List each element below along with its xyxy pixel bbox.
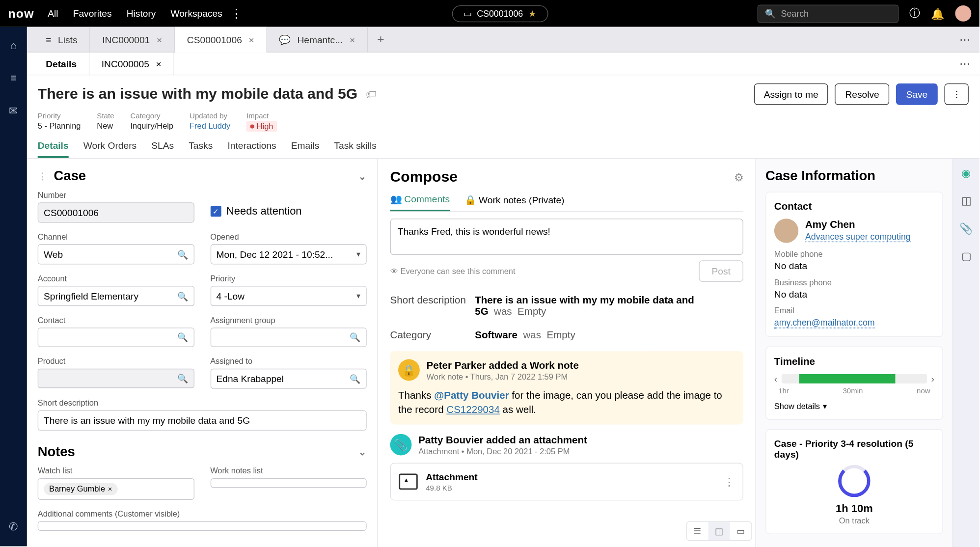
template-icon[interactable]: ▢ bbox=[961, 249, 972, 262]
nav-history[interactable]: History bbox=[127, 8, 156, 19]
chevron-down-icon[interactable]: ▾ bbox=[356, 291, 360, 301]
additional-comments-input[interactable] bbox=[38, 521, 367, 531]
subtab-details[interactable]: Details bbox=[34, 52, 90, 75]
rtab-details[interactable]: Details bbox=[38, 140, 69, 158]
number-input[interactable]: CS00001006 bbox=[38, 202, 194, 222]
timeline-prev-icon[interactable]: ‹ bbox=[774, 373, 777, 384]
subtab-inc000005[interactable]: INC000005 × bbox=[89, 52, 174, 75]
timeline-next-icon[interactable]: › bbox=[931, 373, 934, 384]
short-description-input[interactable]: There is an issue with my my mobile data… bbox=[38, 410, 367, 431]
inbox-icon[interactable]: ✉ bbox=[7, 104, 20, 117]
rtab-interactions[interactable]: Interactions bbox=[227, 140, 276, 158]
search-icon: 🔍 bbox=[765, 8, 776, 19]
opened-input[interactable]: Mon, Dec 12 2021 - 10:52...▾ bbox=[210, 244, 367, 264]
timeline-bar[interactable] bbox=[781, 374, 927, 383]
close-icon[interactable]: × bbox=[350, 34, 355, 45]
tab-inc000001[interactable]: INC000001 × bbox=[90, 27, 175, 52]
tab-lists[interactable]: ≡ Lists bbox=[34, 27, 90, 52]
tab-hemantc[interactable]: 💬 Hemantc... × bbox=[267, 27, 368, 52]
sla-time: 1h 10m bbox=[774, 502, 934, 515]
phone-icon[interactable]: ✆ bbox=[7, 520, 20, 533]
compose-textarea[interactable]: Thanks Fred, this is wonderful news! bbox=[390, 219, 743, 255]
compose-tab-work-notes[interactable]: 🔒Work notes (Private) bbox=[464, 194, 564, 212]
chevron-down-icon[interactable]: ⌄ bbox=[358, 170, 366, 181]
case-section-head[interactable]: ⋮ Case ⌄ bbox=[38, 168, 367, 184]
close-icon[interactable]: × bbox=[249, 34, 254, 45]
home-icon[interactable]: ⌂ bbox=[7, 39, 20, 52]
agent-assist-icon[interactable]: ◉ bbox=[961, 167, 971, 180]
help-icon[interactable]: ⓘ bbox=[909, 6, 920, 21]
lookup-icon[interactable]: 🔍 bbox=[177, 332, 188, 343]
record-link[interactable]: CS1229034 bbox=[446, 404, 500, 415]
needs-attention-checkbox[interactable]: ✓ bbox=[210, 206, 221, 217]
timeline-heading: Timeline bbox=[774, 355, 934, 366]
close-icon[interactable]: × bbox=[156, 58, 161, 69]
resolve-button[interactable]: Resolve bbox=[835, 83, 889, 105]
logo[interactable]: now bbox=[8, 6, 34, 21]
tab-cs00001006[interactable]: CS00001006 × bbox=[175, 27, 267, 52]
rtab-work-orders[interactable]: Work Orders bbox=[83, 140, 136, 158]
assign-to-me-button[interactable]: Assign to me bbox=[754, 83, 828, 105]
nav-all[interactable]: All bbox=[48, 8, 58, 19]
tab-add-button[interactable]: + bbox=[368, 32, 394, 47]
mention-link[interactable]: @Patty Bouvier bbox=[434, 389, 509, 401]
contact-avatar[interactable] bbox=[774, 219, 798, 243]
attachment-card[interactable]: Attachment 49.8 KB ⋮ bbox=[390, 463, 743, 501]
nav-workspaces[interactable]: Workspaces bbox=[171, 8, 222, 19]
view-full-icon[interactable]: ▭ bbox=[730, 522, 751, 540]
show-details-button[interactable]: Show details ▾ bbox=[774, 402, 934, 411]
lookup-icon[interactable]: 🔍 bbox=[177, 373, 188, 383]
priority-input[interactable]: 4 -Low▾ bbox=[210, 286, 367, 306]
post-button[interactable]: Post bbox=[699, 260, 743, 282]
search-input[interactable]: 🔍 Search bbox=[758, 4, 899, 23]
subtab-more-icon[interactable]: ⋯ bbox=[950, 57, 979, 70]
notes-section-head[interactable]: Notes ⌄ bbox=[38, 444, 367, 460]
user-avatar[interactable] bbox=[955, 5, 971, 22]
attachment-more-icon[interactable]: ⋮ bbox=[724, 475, 735, 488]
rtab-slas[interactable]: SLAs bbox=[151, 140, 174, 158]
breadcrumb-pill[interactable]: ▭ CS0001006 ★ bbox=[452, 5, 548, 22]
lock-icon: 🔒 bbox=[464, 194, 476, 205]
save-button[interactable]: Save bbox=[896, 83, 938, 105]
rtab-emails[interactable]: Emails bbox=[291, 140, 320, 158]
contact-name[interactable]: Amy Chen bbox=[805, 219, 911, 230]
compose-settings-icon[interactable]: ⚙ bbox=[734, 170, 743, 183]
watch-list-input[interactable]: Barney Gumble× bbox=[38, 478, 194, 500]
chip-remove-icon[interactable]: × bbox=[108, 485, 112, 493]
rtab-tasks[interactable]: Tasks bbox=[189, 140, 213, 158]
lookup-icon[interactable]: 🔍 bbox=[177, 249, 188, 260]
assigned-to-input[interactable]: Edna Krabappel🔍 bbox=[210, 369, 367, 389]
tab-more-icon[interactable]: ⋯ bbox=[950, 33, 979, 46]
chevron-down-icon[interactable]: ⌄ bbox=[358, 446, 366, 457]
contact-input[interactable]: 🔍 bbox=[38, 328, 194, 347]
watch-list-chip[interactable]: Barney Gumble× bbox=[44, 483, 117, 495]
bell-icon[interactable]: 🔔 bbox=[931, 7, 944, 20]
product-input[interactable]: 🔍 bbox=[38, 369, 194, 388]
lookup-icon[interactable]: 🔍 bbox=[350, 374, 360, 384]
close-icon[interactable]: × bbox=[157, 34, 162, 45]
work-notes-list-input[interactable] bbox=[210, 478, 367, 488]
attachment-icon[interactable]: 📎 bbox=[959, 222, 973, 235]
drag-icon[interactable]: ⋮ bbox=[38, 170, 47, 181]
field-assignment-group: Assignment group 🔍 bbox=[210, 316, 367, 347]
channel-input[interactable]: Web🔍 bbox=[38, 244, 194, 264]
contact-company-link[interactable]: Advances super computing bbox=[805, 231, 911, 242]
field-account: Account Springfield Elementary🔍 bbox=[38, 274, 194, 306]
tag-icon[interactable]: 🏷 bbox=[366, 88, 377, 100]
star-icon[interactable]: ★ bbox=[528, 8, 536, 19]
panel-icon[interactable]: ◫ bbox=[961, 194, 972, 207]
chevron-down-icon[interactable]: ▾ bbox=[356, 249, 360, 259]
email-link[interactable]: amy.chen@mailnator.com bbox=[774, 318, 875, 328]
rtab-task-skills[interactable]: Task skills bbox=[334, 140, 376, 158]
record-more-button[interactable]: ⋮ bbox=[944, 83, 968, 105]
lookup-icon[interactable]: 🔍 bbox=[350, 332, 360, 343]
view-list-icon[interactable]: ☰ bbox=[687, 522, 708, 540]
compose-tab-comments[interactable]: 👥Comments bbox=[390, 194, 450, 212]
assignment-group-input[interactable]: 🔍 bbox=[210, 328, 367, 347]
nav-more-icon[interactable]: ⋮ bbox=[230, 6, 243, 21]
nav-favorites[interactable]: Favorites bbox=[73, 8, 112, 19]
account-input[interactable]: Springfield Elementary🔍 bbox=[38, 286, 194, 306]
view-split-icon[interactable]: ◫ bbox=[708, 522, 730, 540]
lookup-icon[interactable]: 🔍 bbox=[177, 291, 188, 301]
list-icon[interactable]: ≡ bbox=[7, 71, 20, 84]
